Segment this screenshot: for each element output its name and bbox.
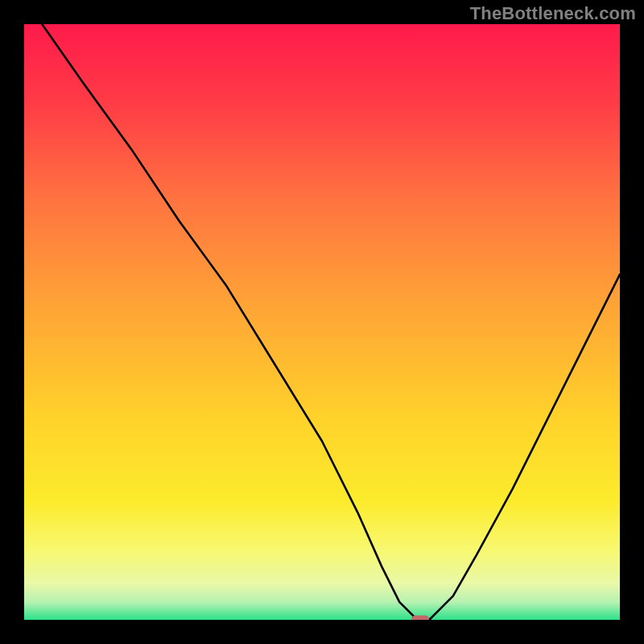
gradient-background — [24, 24, 620, 620]
chart-frame: TheBottleneck.com — [0, 0, 644, 644]
marker-pill — [411, 616, 429, 621]
plot-svg — [24, 24, 620, 620]
watermark-text: TheBottleneck.com — [470, 3, 636, 24]
plot-area — [24, 24, 620, 620]
